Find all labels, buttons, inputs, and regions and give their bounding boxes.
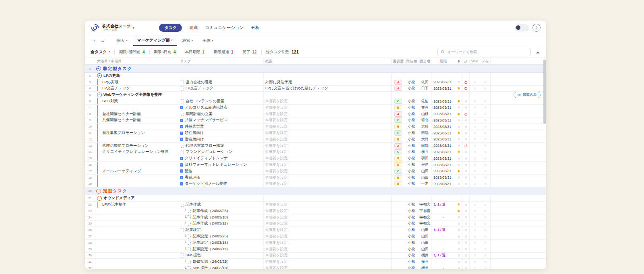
wiki-cell[interactable] (470, 246, 480, 252)
clip-cell[interactable] (462, 227, 470, 233)
collapse-minus-icon[interactable]: − (97, 196, 102, 201)
memo-cell[interactable] (480, 246, 491, 252)
assignee-cell[interactable]: 山田 (418, 175, 432, 181)
deadline-cell[interactable]: 2023/03/31 (432, 111, 455, 117)
clip-cell[interactable] (462, 265, 470, 270)
counter-overdue[interactable]: 期限超過1 (214, 49, 233, 55)
assignee-cell[interactable]: 横井 (418, 149, 432, 155)
tab-all[interactable]: 全体▾ (198, 35, 217, 46)
wiki-cell[interactable] (470, 214, 480, 220)
bell-cell[interactable] (455, 246, 462, 252)
importance-cell[interactable]: A (392, 143, 405, 149)
bell-cell[interactable] (455, 105, 462, 111)
assignee-cell[interactable]: 田端 (418, 143, 432, 149)
importance-cell[interactable]: B (392, 181, 405, 187)
manager-cell[interactable]: 小松 (405, 240, 418, 246)
deadline-cell[interactable]: - (432, 265, 455, 270)
memo-cell[interactable] (480, 168, 491, 174)
table-row[interactable]: 28└記事設定（24/03/18）※概要を設定小松山田- (85, 240, 546, 246)
overview-cell[interactable]: ※概要を設定 (264, 214, 392, 220)
wiki-cell[interactable] (470, 136, 480, 142)
task-checkbox[interactable]: ✓ (180, 119, 183, 122)
assignee-cell[interactable]: 横井 (418, 253, 432, 259)
table-row[interactable]: 31└SNS拡散（24/03/25）※概要を設定小松横井- (85, 259, 546, 265)
wiki-cell[interactable] (470, 117, 480, 124)
memo-cell[interactable] (480, 86, 491, 92)
manager-cell[interactable]: 小松 (405, 117, 418, 124)
clip-cell[interactable] (462, 143, 470, 149)
add-row-button[interactable]: + (90, 35, 99, 46)
bell-cell[interactable] (455, 155, 462, 161)
bell-cell[interactable] (455, 202, 462, 208)
importance-cell[interactable]: C (392, 168, 405, 174)
task-checkbox[interactable] (180, 228, 184, 232)
manager-cell[interactable]: 小松 (405, 111, 418, 117)
manager-cell[interactable]: 小松 (405, 149, 418, 155)
importance-cell[interactable]: B (392, 155, 405, 161)
memo-cell[interactable] (480, 214, 491, 220)
table-row[interactable]: 6SEO対策自社コンテンツの量産※概要を設定C小松佐伯2023/03/31 (85, 98, 546, 105)
wiki-cell[interactable] (470, 143, 480, 149)
manager-cell[interactable]: 小松 (405, 221, 418, 227)
collapse-minus-icon[interactable]: − (97, 93, 102, 97)
overview-cell[interactable]: ※概要を設定 (264, 168, 392, 174)
collapse-minus-icon[interactable]: − (96, 66, 101, 71)
task-checkbox[interactable]: ✓ (180, 106, 183, 109)
wiki-cell[interactable] (470, 79, 480, 85)
nav-tab-communication[interactable]: コミュニケーション (205, 25, 244, 31)
task-checkbox[interactable] (180, 253, 184, 258)
bell-cell[interactable] (455, 175, 462, 181)
bell-cell[interactable] (455, 240, 462, 246)
manager-cell[interactable]: 小松 (405, 253, 418, 259)
manager-cell[interactable]: 小松 (405, 265, 418, 270)
manager-cell[interactable]: 小松 (405, 214, 418, 220)
overview-cell[interactable]: ※概要を設定 (264, 253, 392, 259)
bell-cell[interactable] (455, 208, 462, 214)
deadline-cell[interactable]: - (432, 214, 455, 220)
task-checkbox[interactable] (187, 215, 191, 219)
table-row[interactable]: 26記事設定※概要を設定小松山田↻1 / 週 (85, 227, 546, 233)
bell-cell[interactable] (455, 124, 462, 130)
task-cell[interactable]: ✓配信 (178, 168, 264, 174)
task-cell[interactable]: └SNS拡散（24/03/25） (178, 259, 264, 265)
overview-cell[interactable]: ※概要を設定 (264, 227, 392, 233)
task-cell[interactable]: └記事作成（24/03/18） (178, 214, 264, 220)
task-cell[interactable]: 協力会社の選定 (178, 79, 264, 85)
bell-cell[interactable] (455, 111, 462, 117)
importance-cell[interactable] (392, 214, 405, 220)
overview-cell[interactable]: ※概要を設定 (264, 111, 392, 117)
importance-cell[interactable] (392, 233, 405, 239)
manager-cell[interactable]: 小松 (405, 168, 418, 174)
importance-cell[interactable] (392, 240, 405, 246)
assignee-cell[interactable]: 宇都宮 (418, 202, 432, 208)
overview-cell[interactable]: ※概要を設定 (264, 265, 392, 270)
clip-cell[interactable] (462, 214, 470, 220)
memo-cell[interactable] (480, 149, 491, 155)
overview-cell[interactable]: ※概要を設定 (264, 175, 392, 181)
clip-cell[interactable] (462, 117, 470, 124)
importance-cell[interactable] (392, 259, 405, 265)
task-checkbox[interactable]: ✓ (180, 157, 183, 160)
deadline-cell[interactable]: - (432, 246, 455, 252)
clip-cell[interactable] (462, 175, 470, 181)
clip-cell[interactable] (462, 162, 470, 168)
assignee-cell[interactable]: 宇都宮 (418, 208, 432, 214)
bell-cell[interactable] (455, 253, 462, 259)
manager-cell[interactable]: 小松 (405, 79, 418, 85)
task-checkbox[interactable] (180, 112, 184, 116)
collapse-minus-icon[interactable]: − (97, 73, 102, 78)
clip-cell[interactable] (462, 240, 470, 246)
task-cell[interactable]: ✓アルゴリズム最適化対応 (178, 105, 264, 111)
task-checkbox[interactable] (180, 87, 184, 91)
overview-cell[interactable]: ※概要を設定 (264, 136, 392, 142)
bell-cell[interactable] (455, 162, 462, 168)
importance-cell[interactable]: C (392, 117, 405, 124)
manager-cell[interactable]: 小松 (405, 202, 418, 208)
overview-cell[interactable]: ※概要を設定 (264, 130, 392, 136)
overview-cell[interactable]: LPに文言を当てはめた後にチェック (264, 86, 392, 92)
task-checkbox[interactable]: ✓ (180, 138, 183, 141)
importance-cell[interactable] (392, 253, 405, 259)
search-box[interactable] (438, 48, 530, 56)
memo-cell[interactable] (480, 136, 491, 142)
bell-cell[interactable] (455, 149, 462, 155)
